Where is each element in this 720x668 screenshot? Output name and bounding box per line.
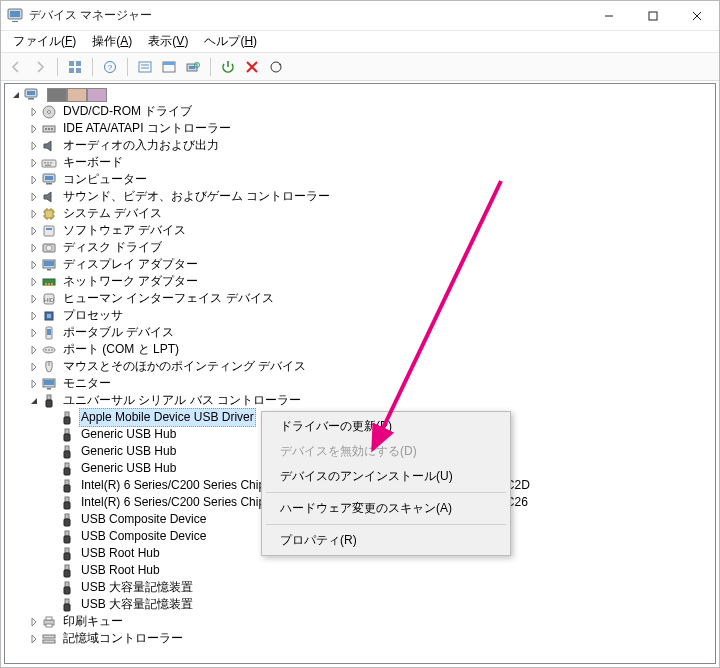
refresh-button[interactable] — [265, 56, 287, 78]
node-label: USB 大容量記憶装置 — [79, 596, 195, 613]
category-node[interactable]: IDE ATA/ATAPI コントローラー — [5, 120, 715, 137]
back-button[interactable] — [5, 56, 27, 78]
svg-point-30 — [48, 128, 50, 130]
soft-icon — [41, 223, 57, 239]
category-node[interactable]: DVD/CD-ROM ドライブ — [5, 103, 715, 120]
svg-rect-63 — [47, 314, 51, 318]
svg-rect-88 — [65, 514, 69, 519]
category-node[interactable]: ポータブル デバイス — [5, 324, 715, 341]
node-label: Apple Mobile Device USB Driver — [79, 408, 256, 427]
help-button[interactable]: ? — [99, 56, 121, 78]
toolbar: ? — [1, 53, 719, 81]
expander-closed-icon[interactable] — [27, 275, 41, 289]
expander-closed-icon[interactable] — [27, 139, 41, 153]
svg-rect-77 — [64, 417, 70, 424]
expander-closed-icon[interactable] — [27, 258, 41, 272]
category-node[interactable]: モニター — [5, 375, 715, 392]
svg-rect-18 — [189, 66, 195, 69]
menu-v[interactable]: 表示(V) — [140, 30, 196, 53]
properties-button[interactable] — [158, 56, 180, 78]
svg-rect-98 — [65, 599, 69, 604]
root-node[interactable] — [5, 86, 715, 103]
expander-closed-icon[interactable] — [27, 190, 41, 204]
category-node[interactable]: コンピューター — [5, 171, 715, 188]
usb-icon — [59, 410, 75, 426]
category-node[interactable]: サウンド、ビデオ、およびゲーム コントローラー — [5, 188, 715, 205]
menu-h[interactable]: ヘルプ(H) — [196, 30, 265, 53]
node-label: システム デバイス — [61, 205, 164, 222]
svg-rect-16 — [163, 62, 175, 65]
category-node[interactable]: ディスプレイ アダプター — [5, 256, 715, 273]
category-node[interactable]: ネットワーク アダプター — [5, 273, 715, 290]
node-label: DVD/CD-ROM ドライブ — [61, 103, 194, 120]
category-node[interactable]: ソフトウェア デバイス — [5, 222, 715, 239]
minimize-button[interactable] — [587, 1, 631, 30]
category-node[interactable]: マウスとそのほかのポインティング デバイス — [5, 358, 715, 375]
node-label: コンピューター — [61, 171, 149, 188]
expander-closed-icon[interactable] — [27, 173, 41, 187]
svg-rect-1 — [10, 11, 20, 17]
grid-icon — [68, 60, 82, 74]
expander-closed-icon[interactable] — [27, 615, 41, 629]
maximize-icon — [648, 11, 658, 21]
category-node[interactable]: オーディオの入力および出力 — [5, 137, 715, 154]
app-icon — [7, 8, 23, 24]
category-node[interactable]: システム デバイス — [5, 205, 715, 222]
usb-icon — [59, 478, 75, 494]
close-button[interactable] — [675, 1, 719, 30]
expander-closed-icon[interactable] — [27, 360, 41, 374]
context-menu-separator — [266, 492, 506, 493]
expander-closed-icon[interactable] — [27, 377, 41, 391]
category-node[interactable]: ディスク ドライブ — [5, 239, 715, 256]
category-node[interactable]: ポート (COM と LPT) — [5, 341, 715, 358]
expander-open-icon[interactable] — [27, 394, 41, 408]
svg-point-22 — [271, 62, 281, 72]
usb-icon — [59, 427, 75, 443]
svg-rect-75 — [46, 400, 52, 407]
forward-button[interactable] — [29, 56, 51, 78]
expander-closed-icon[interactable] — [27, 224, 41, 238]
maximize-button[interactable] — [631, 1, 675, 30]
context-menu-item[interactable]: ドライバーの更新(P) — [264, 414, 508, 439]
expander-open-icon[interactable] — [9, 88, 23, 102]
context-menu-item[interactable]: プロパティ(R) — [264, 528, 508, 553]
node-label: オーディオの入力および出力 — [61, 137, 221, 154]
expander-closed-icon[interactable] — [27, 105, 41, 119]
context-menu-item[interactable]: ハードウェア変更のスキャン(A) — [264, 496, 508, 521]
category-node[interactable]: 印刷キュー — [5, 613, 715, 630]
expander-closed-icon[interactable] — [27, 156, 41, 170]
expander-closed-icon[interactable] — [27, 632, 41, 646]
svg-rect-55 — [47, 269, 51, 271]
enable-button[interactable] — [217, 56, 239, 78]
details-button[interactable] — [134, 56, 156, 78]
device-tree-pane[interactable]: DVD/CD-ROM ドライブIDE ATA/ATAPI コントローラーオーディ… — [4, 83, 716, 664]
menu-f[interactable]: ファイル(F) — [5, 30, 84, 53]
expander-closed-icon[interactable] — [27, 292, 41, 306]
svg-rect-93 — [64, 553, 70, 560]
expander-closed-icon[interactable] — [27, 343, 41, 357]
context-menu-item[interactable]: デバイスのアンインストール(U) — [264, 464, 508, 489]
expander-closed-icon[interactable] — [27, 122, 41, 136]
usb-device[interactable]: USB Root Hub — [5, 562, 715, 579]
category-node[interactable]: 記憶域コントローラー — [5, 630, 715, 647]
category-node[interactable]: プロセッサ — [5, 307, 715, 324]
category-node[interactable]: HIDヒューマン インターフェイス デバイス — [5, 290, 715, 307]
expander-closed-icon[interactable] — [27, 309, 41, 323]
expander-closed-icon[interactable] — [27, 326, 41, 340]
usb-device[interactable]: USB 大容量記憶装置 — [5, 579, 715, 596]
display-icon — [41, 257, 57, 273]
category-node[interactable]: キーボード — [5, 154, 715, 171]
svg-rect-3 — [649, 12, 657, 20]
expander-closed-icon[interactable] — [27, 241, 41, 255]
view-options-button[interactable] — [64, 56, 86, 78]
scan-hardware-button[interactable] — [182, 56, 204, 78]
svg-rect-34 — [47, 162, 49, 164]
usb-controllers-category[interactable]: ユニバーサル シリアル バス コントローラー — [5, 392, 715, 409]
uninstall-button[interactable] — [241, 56, 263, 78]
net-icon — [41, 274, 57, 290]
expander-closed-icon[interactable] — [27, 207, 41, 221]
node-label: ユニバーサル シリアル バス コントローラー — [61, 392, 303, 409]
menu-a[interactable]: 操作(A) — [84, 30, 140, 53]
usb-device[interactable]: USB 大容量記憶装置 — [5, 596, 715, 613]
storage-icon — [41, 631, 57, 647]
